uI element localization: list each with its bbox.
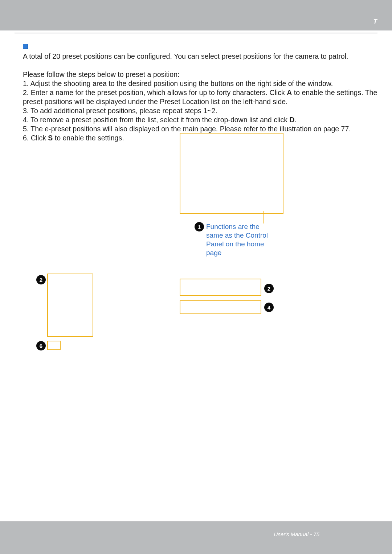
callout-badge-2-right: 2 xyxy=(264,284,274,293)
step-4b: . xyxy=(295,116,297,124)
page: T A total of 20 preset positions can be … xyxy=(0,0,392,554)
highlight-box-controls-b xyxy=(180,300,261,314)
annotation-text: Functions are the same as the Control Pa… xyxy=(206,222,275,257)
callout-badge-4: 4 xyxy=(264,303,274,312)
footer-label: User's Manual - xyxy=(274,531,314,537)
header-band xyxy=(0,0,392,30)
highlight-box-controls-a xyxy=(180,279,261,296)
step-6a: 6. Click xyxy=(23,134,48,142)
step-2a: 2. Enter a name for the preset position,… xyxy=(23,89,287,97)
body-text: A total of 20 preset positions can be co… xyxy=(23,43,382,143)
highlight-box-video xyxy=(180,133,283,214)
step-4-marker: D xyxy=(289,116,294,124)
step-6b: to enable the settings. xyxy=(53,134,124,142)
highlight-box-save xyxy=(47,341,61,350)
highlight-box-preset-list xyxy=(47,274,93,337)
footer-text: User's Manual - 75 xyxy=(274,531,319,537)
step-5: 5. The e-preset positions will also disp… xyxy=(23,125,351,133)
footer-band xyxy=(0,521,392,554)
footer-page-number: 75 xyxy=(313,531,319,537)
checkbox-icon xyxy=(23,44,28,49)
step-3: 3. To add additional preset positions, p… xyxy=(23,107,217,115)
leader-line-1 xyxy=(263,211,264,223)
callout-badge-2-left: 2 xyxy=(36,275,46,284)
header-underline xyxy=(15,33,377,33)
callout-badge-1: 1 xyxy=(195,222,204,231)
step-4a: 4. To remove a preset position from the … xyxy=(23,116,289,124)
callout-badge-6: 6 xyxy=(36,341,46,350)
steps-intro: Please follow the steps below to preset … xyxy=(23,70,179,78)
intro-line: A total of 20 preset positions can be co… xyxy=(23,52,348,60)
step-1: 1. Adjust the shooting area to the desir… xyxy=(23,79,333,87)
step-6-marker: S xyxy=(48,134,53,142)
header-section-title: T xyxy=(373,18,377,25)
step-2-marker: A xyxy=(287,89,292,97)
